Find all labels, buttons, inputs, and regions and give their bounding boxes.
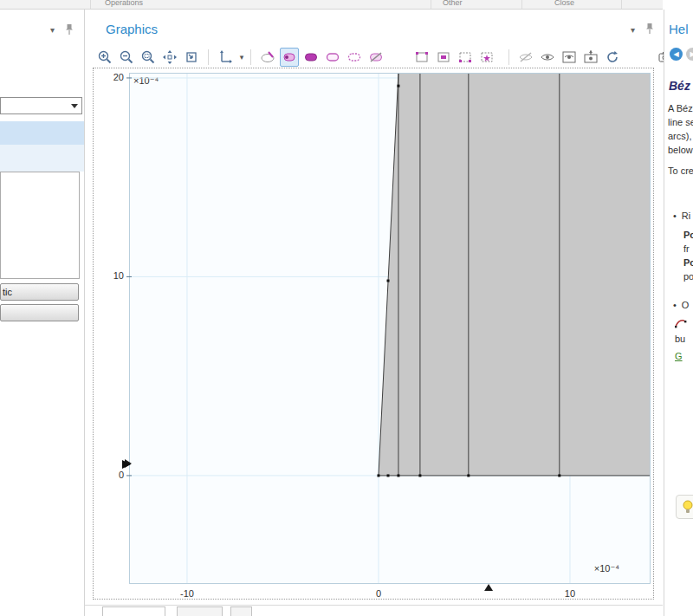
help-link[interactable]: G — [675, 351, 683, 361]
ribbon-strip: Operations Other Close — [0, 0, 663, 10]
graphics-toolbar: ▾ — [95, 46, 693, 68]
help-text-line: below — [668, 143, 693, 157]
refresh-icon[interactable] — [603, 48, 622, 67]
render-solid-icon[interactable] — [301, 48, 321, 67]
default-view-caret-icon[interactable]: ▾ — [237, 53, 246, 62]
help-text-line: A Béz — [668, 101, 693, 115]
ribbon-separator — [621, 0, 622, 9]
y-tick-label: 20 — [93, 72, 124, 82]
settings-panel: ▾ tic — [0, 10, 85, 616]
help-panel-title: Hel — [669, 22, 689, 36]
mouse-cursor-icon — [121, 457, 132, 473]
help-bullet-item: • O — [673, 300, 689, 310]
select-boundaries-icon[interactable] — [456, 48, 475, 67]
help-text-line: line se — [668, 115, 693, 129]
x-tick-label: 0 — [364, 588, 393, 599]
bullet-icon: • — [673, 300, 677, 310]
help-text-line: O — [682, 300, 690, 310]
help-back-button[interactable]: ◀ — [670, 48, 683, 61]
graphics-pin-icon[interactable] — [644, 23, 655, 38]
ribbon-separator — [431, 0, 431, 9]
ribbon-separator — [90, 0, 91, 9]
view-show-icon[interactable] — [538, 48, 557, 67]
bezier-polygon-tool-icon — [675, 318, 687, 330]
graphics-canvas[interactable]: ×10⁻⁴ ×10⁻⁴ -1001001020 — [93, 68, 654, 600]
bottom-tab[interactable] — [102, 606, 165, 616]
help-article-title: Béz — [669, 79, 690, 93]
ribbon-group-close: Close — [554, 0, 574, 7]
panel-pin-icon[interactable] — [64, 23, 74, 39]
graphics-menu-caret-icon[interactable]: ▾ — [631, 25, 635, 35]
settings-dropdown[interactable] — [0, 97, 82, 114]
y-tick-label: 10 — [93, 270, 124, 281]
ribbon-group-operations: Operations — [105, 0, 143, 7]
help-forward-button[interactable]: ▶ — [686, 48, 693, 61]
selected-tree-row[interactable] — [0, 121, 84, 145]
bullet-icon: • — [673, 211, 677, 221]
help-bullet-body: Po fr Po po — [683, 228, 693, 283]
toolbar-separator — [208, 49, 209, 65]
y-tick-label: 0 — [93, 470, 124, 480]
select-points-icon[interactable] — [477, 48, 496, 67]
help-panel: Hel ◀ ▶ Béz A Béz line se arcs), below T… — [664, 10, 693, 616]
forward-arrow-icon: ▶ — [690, 50, 693, 58]
x-tick-label: -10 — [172, 588, 202, 599]
help-text-line: fr — [683, 242, 693, 256]
zoom-to-selection-icon[interactable] — [182, 48, 201, 67]
help-bullet-item: • Ri — [673, 211, 690, 221]
help-navigation: ◀ ▶ — [670, 48, 693, 61]
zoom-box-icon[interactable] — [139, 48, 158, 67]
tip-box — [676, 495, 693, 519]
settings-listbox[interactable] — [0, 172, 80, 279]
zoom-in-icon[interactable] — [95, 48, 114, 67]
toolbar-separator — [508, 49, 509, 65]
bottom-panel-divider — [85, 605, 663, 606]
render-dashed-icon[interactable] — [345, 48, 364, 67]
ribbon-group-other: Other — [443, 0, 463, 7]
default-view-icon[interactable] — [216, 48, 235, 67]
help-text-line: arcs), — [668, 129, 693, 143]
back-arrow-icon: ◀ — [673, 50, 678, 58]
bottom-tab[interactable] — [230, 606, 252, 616]
panel-menu-caret-icon[interactable]: ▾ — [50, 25, 55, 35]
lightbulb-icon — [681, 499, 693, 515]
settings-button-automatic[interactable]: tic — [0, 283, 79, 301]
x-tick-label: 10 — [555, 588, 585, 599]
view-unhide-icon[interactable] — [581, 48, 600, 67]
select-objects-icon[interactable] — [412, 48, 431, 67]
render-wireframe-icon[interactable] — [258, 48, 277, 67]
settings-button-secondary[interactable] — [0, 304, 79, 321]
help-text-line: Ri — [682, 211, 690, 221]
tree-row-secondary[interactable] — [0, 145, 84, 172]
zoom-extents-icon[interactable] — [160, 48, 179, 67]
plot-svg — [129, 73, 651, 584]
help-text-line: po — [683, 269, 693, 283]
select-domains-icon[interactable] — [434, 48, 453, 67]
render-outline-icon[interactable] — [323, 48, 342, 67]
render-none-icon[interactable] — [366, 48, 385, 67]
plot-area[interactable]: ×10⁻⁴ ×10⁻⁴ -1001001020 — [129, 73, 651, 584]
help-text-line: Po — [683, 228, 693, 242]
help-text-line: bu — [675, 334, 685, 344]
dropdown-arrow-icon — [71, 104, 78, 108]
render-selected-icon[interactable] — [280, 48, 299, 67]
bottom-tab[interactable] — [177, 606, 223, 616]
toolbar-separator — [250, 49, 251, 65]
zoom-out-icon[interactable] — [117, 48, 136, 67]
ribbon-separator — [521, 0, 522, 9]
graphics-panel: Graphics ▾ — [85, 10, 663, 616]
view-frame-icon[interactable] — [560, 48, 579, 67]
help-text-line: To cre — [668, 165, 693, 176]
help-text-line: Po — [683, 256, 693, 269]
view-hide-icon[interactable] — [516, 48, 535, 67]
graphics-panel-title: Graphics — [106, 22, 158, 36]
help-intro-paragraph: A Béz line se arcs), below — [668, 101, 693, 157]
